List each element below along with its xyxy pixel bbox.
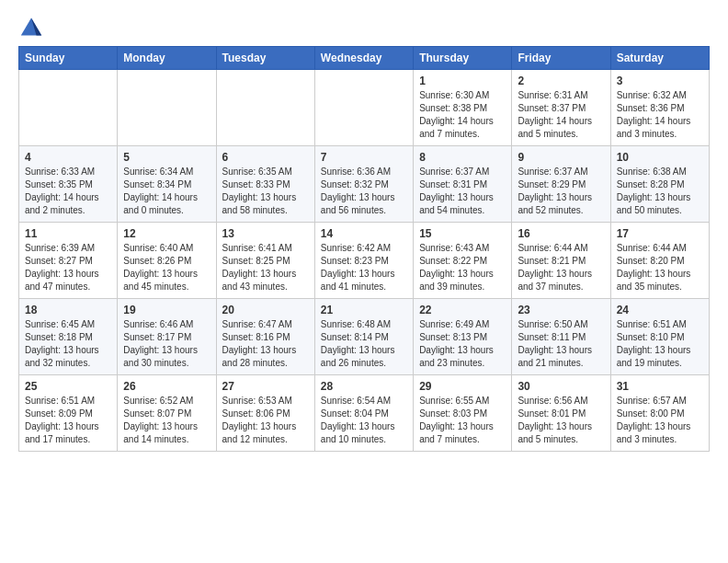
calendar-cell: 13Sunrise: 6:41 AMSunset: 8:25 PMDayligh… [216, 223, 314, 299]
cell-info: Sunrise: 6:39 AMSunset: 8:27 PMDaylight:… [25, 242, 111, 293]
cell-info: Sunrise: 6:43 AMSunset: 8:22 PMDaylight:… [419, 242, 506, 293]
cell-day-number: 10 [617, 151, 703, 164]
cell-info: Sunrise: 6:32 AMSunset: 8:36 PMDaylight:… [617, 89, 703, 141]
calendar-cell: 23Sunrise: 6:50 AMSunset: 8:11 PMDayligh… [512, 299, 610, 375]
calendar-cell: 21Sunrise: 6:48 AMSunset: 8:14 PMDayligh… [314, 299, 413, 375]
cell-day-number: 3 [617, 75, 703, 87]
cell-info: Sunrise: 6:42 AMSunset: 8:23 PMDaylight:… [321, 242, 407, 293]
calendar-cell: 10Sunrise: 6:38 AMSunset: 8:28 PMDayligh… [610, 146, 709, 223]
week-row: 4Sunrise: 6:33 AMSunset: 8:35 PMDaylight… [19, 146, 710, 223]
cell-info: Sunrise: 6:53 AMSunset: 8:06 PMDaylight:… [222, 395, 309, 446]
cell-info: Sunrise: 6:51 AMSunset: 8:09 PMDaylight:… [25, 395, 111, 446]
cell-info: Sunrise: 6:55 AMSunset: 8:03 PMDaylight:… [419, 395, 506, 446]
cell-info: Sunrise: 6:45 AMSunset: 8:18 PMDaylight:… [25, 318, 111, 370]
cell-day-number: 23 [518, 304, 604, 316]
weekday-header: Wednesday [314, 47, 413, 70]
week-row: 1Sunrise: 6:30 AMSunset: 8:38 PMDaylight… [19, 70, 710, 146]
calendar-cell: 4Sunrise: 6:33 AMSunset: 8:35 PMDaylight… [19, 146, 118, 223]
calendar-cell: 24Sunrise: 6:51 AMSunset: 8:10 PMDayligh… [610, 299, 709, 375]
cell-day-number: 5 [123, 151, 210, 164]
weekday-header: Tuesday [216, 47, 314, 70]
cell-day-number: 6 [222, 151, 309, 164]
calendar-cell: 19Sunrise: 6:46 AMSunset: 8:17 PMDayligh… [118, 299, 216, 375]
cell-day-number: 16 [518, 227, 604, 240]
cell-info: Sunrise: 6:31 AMSunset: 8:37 PMDaylight:… [518, 89, 604, 141]
cell-day-number: 9 [518, 151, 604, 164]
cell-day-number: 20 [222, 304, 309, 316]
calendar-cell: 17Sunrise: 6:44 AMSunset: 8:20 PMDayligh… [610, 223, 709, 299]
cell-info: Sunrise: 6:57 AMSunset: 8:00 PMDaylight:… [617, 395, 703, 446]
week-row: 25Sunrise: 6:51 AMSunset: 8:09 PMDayligh… [19, 375, 710, 452]
calendar-cell [118, 70, 216, 146]
cell-day-number: 15 [419, 227, 506, 240]
cell-info: Sunrise: 6:41 AMSunset: 8:25 PMDaylight:… [222, 242, 309, 293]
cell-day-number: 26 [123, 380, 210, 393]
cell-day-number: 1 [419, 75, 506, 87]
cell-info: Sunrise: 6:47 AMSunset: 8:16 PMDaylight:… [222, 318, 309, 370]
calendar-cell: 3Sunrise: 6:32 AMSunset: 8:36 PMDaylight… [610, 70, 709, 146]
cell-day-number: 28 [321, 380, 407, 393]
calendar-cell [216, 70, 314, 146]
calendar-cell: 1Sunrise: 6:30 AMSunset: 8:38 PMDaylight… [414, 70, 512, 146]
week-row: 18Sunrise: 6:45 AMSunset: 8:18 PMDayligh… [19, 299, 710, 375]
cell-day-number: 18 [25, 304, 111, 316]
calendar-cell: 14Sunrise: 6:42 AMSunset: 8:23 PMDayligh… [314, 223, 413, 299]
calendar-cell: 30Sunrise: 6:56 AMSunset: 8:01 PMDayligh… [512, 375, 610, 452]
calendar-cell: 16Sunrise: 6:44 AMSunset: 8:21 PMDayligh… [512, 223, 610, 299]
cell-info: Sunrise: 6:44 AMSunset: 8:20 PMDaylight:… [617, 242, 703, 293]
cell-day-number: 4 [25, 151, 111, 164]
weekday-header: Monday [118, 47, 216, 70]
week-row: 11Sunrise: 6:39 AMSunset: 8:27 PMDayligh… [19, 223, 710, 299]
weekday-header: Friday [512, 47, 610, 70]
calendar-cell: 5Sunrise: 6:34 AMSunset: 8:34 PMDaylight… [118, 146, 216, 223]
calendar-cell: 8Sunrise: 6:37 AMSunset: 8:31 PMDaylight… [414, 146, 512, 223]
calendar-table: SundayMondayTuesdayWednesdayThursdayFrid… [18, 46, 710, 452]
cell-info: Sunrise: 6:54 AMSunset: 8:04 PMDaylight:… [321, 395, 407, 446]
cell-day-number: 14 [321, 227, 407, 240]
weekday-header: Saturday [610, 47, 709, 70]
calendar-cell: 12Sunrise: 6:40 AMSunset: 8:26 PMDayligh… [118, 223, 216, 299]
calendar-cell: 11Sunrise: 6:39 AMSunset: 8:27 PMDayligh… [19, 223, 118, 299]
header [18, 15, 710, 40]
cell-info: Sunrise: 6:49 AMSunset: 8:13 PMDaylight:… [419, 318, 506, 370]
cell-day-number: 7 [321, 151, 407, 164]
logo [18, 15, 48, 40]
cell-day-number: 22 [419, 304, 506, 316]
cell-day-number: 25 [25, 380, 111, 393]
cell-day-number: 27 [222, 380, 309, 393]
cell-day-number: 11 [25, 227, 111, 240]
cell-day-number: 24 [617, 304, 703, 316]
cell-info: Sunrise: 6:34 AMSunset: 8:34 PMDaylight:… [123, 166, 210, 217]
calendar-cell: 29Sunrise: 6:55 AMSunset: 8:03 PMDayligh… [414, 375, 512, 452]
calendar-cell: 7Sunrise: 6:36 AMSunset: 8:32 PMDaylight… [314, 146, 413, 223]
calendar-cell [19, 70, 118, 146]
cell-info: Sunrise: 6:48 AMSunset: 8:14 PMDaylight:… [321, 318, 407, 370]
calendar-cell: 25Sunrise: 6:51 AMSunset: 8:09 PMDayligh… [19, 375, 118, 452]
cell-info: Sunrise: 6:50 AMSunset: 8:11 PMDaylight:… [518, 318, 604, 370]
cell-info: Sunrise: 6:38 AMSunset: 8:28 PMDaylight:… [617, 166, 703, 217]
cell-day-number: 19 [123, 304, 210, 316]
cell-info: Sunrise: 6:52 AMSunset: 8:07 PMDaylight:… [123, 395, 210, 446]
calendar-cell: 27Sunrise: 6:53 AMSunset: 8:06 PMDayligh… [216, 375, 314, 452]
cell-info: Sunrise: 6:56 AMSunset: 8:01 PMDaylight:… [518, 395, 604, 446]
calendar-cell: 9Sunrise: 6:37 AMSunset: 8:29 PMDaylight… [512, 146, 610, 223]
cell-day-number: 12 [123, 227, 210, 240]
cell-info: Sunrise: 6:35 AMSunset: 8:33 PMDaylight:… [222, 166, 309, 217]
cell-day-number: 13 [222, 227, 309, 240]
cell-info: Sunrise: 6:44 AMSunset: 8:21 PMDaylight:… [518, 242, 604, 293]
cell-day-number: 30 [518, 380, 604, 393]
calendar-cell: 20Sunrise: 6:47 AMSunset: 8:16 PMDayligh… [216, 299, 314, 375]
calendar-cell [314, 70, 413, 146]
cell-info: Sunrise: 6:37 AMSunset: 8:29 PMDaylight:… [518, 166, 604, 217]
calendar-cell: 18Sunrise: 6:45 AMSunset: 8:18 PMDayligh… [19, 299, 118, 375]
logo-icon [18, 15, 44, 40]
cell-day-number: 29 [419, 380, 506, 393]
page: SundayMondayTuesdayWednesdayThursdayFrid… [0, 0, 728, 466]
calendar-cell: 28Sunrise: 6:54 AMSunset: 8:04 PMDayligh… [314, 375, 413, 452]
calendar-cell: 22Sunrise: 6:49 AMSunset: 8:13 PMDayligh… [414, 299, 512, 375]
cell-info: Sunrise: 6:51 AMSunset: 8:10 PMDaylight:… [617, 318, 703, 370]
cell-info: Sunrise: 6:37 AMSunset: 8:31 PMDaylight:… [419, 166, 506, 217]
weekday-header: Sunday [19, 47, 118, 70]
cell-day-number: 17 [617, 227, 703, 240]
cell-day-number: 31 [617, 380, 703, 393]
